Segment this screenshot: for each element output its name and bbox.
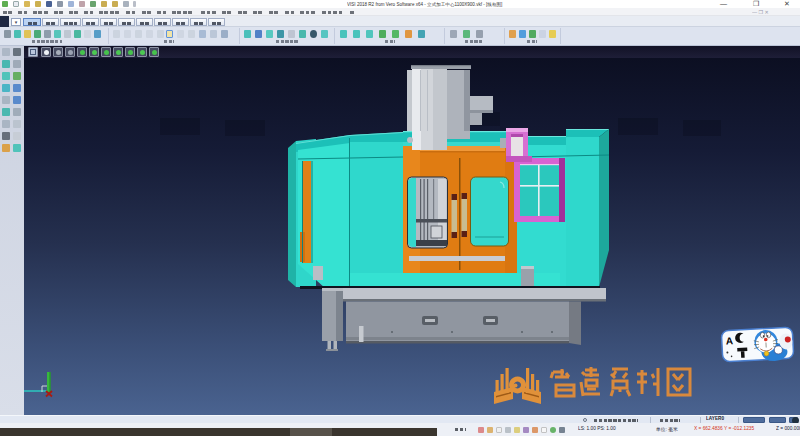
- svg-text:A: A: [726, 335, 734, 346]
